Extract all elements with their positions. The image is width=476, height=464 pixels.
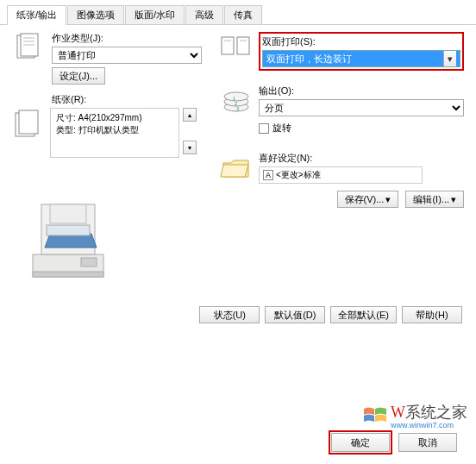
duplex-highlight-box: 双面打印(S): 双面打印，长边装订 bbox=[259, 32, 464, 71]
printer-preview-image bbox=[12, 192, 124, 287]
tab-layout-watermark[interactable]: 版面/水印 bbox=[125, 5, 185, 24]
svg-rect-15 bbox=[237, 37, 249, 54]
job-type-select[interactable]: 普通打印 bbox=[52, 47, 202, 64]
pref-folder-icon bbox=[219, 153, 254, 184]
paper-label: 纸张(R): bbox=[52, 93, 202, 106]
paper-info-box[interactable]: 尺寸: A4(210x297mm) 类型: 打印机默认类型 bbox=[50, 108, 179, 158]
defaults-button[interactable]: 默认值(D) bbox=[265, 306, 325, 323]
tab-image-options[interactable]: 图像选项 bbox=[67, 5, 124, 24]
tab-paper-output[interactable]: 纸张/输出 bbox=[7, 5, 66, 25]
tab-bar: 纸张/输出 图像选项 版面/水印 高级 传真 bbox=[0, 0, 476, 25]
paper-size-text: 尺寸: A4(210x297mm) bbox=[56, 112, 173, 124]
pref-a-icon: A bbox=[263, 170, 273, 180]
duplex-icon bbox=[219, 32, 254, 63]
watermark-title: 系统之家 bbox=[405, 404, 467, 421]
bottom-button-row: 状态(U) 默认值(D) 全部默认(E) 帮助(H) bbox=[12, 306, 464, 323]
tab-content: 作业类型(J): 普通打印 设定(J)... 纸张(R): bbox=[0, 25, 476, 330]
job-type-label: 作业类型(J): bbox=[52, 32, 202, 45]
cancel-button[interactable]: 取消 bbox=[398, 433, 457, 452]
duplex-select[interactable]: 双面打印，长边装订 bbox=[262, 50, 460, 67]
help-button[interactable]: 帮助(H) bbox=[402, 306, 462, 323]
paper-scroll-down[interactable]: ▾ bbox=[183, 141, 197, 154]
svg-rect-6 bbox=[19, 110, 38, 134]
paper-scroll-up[interactable]: ▴ bbox=[183, 108, 197, 122]
svg-rect-8 bbox=[33, 272, 103, 277]
svg-rect-11 bbox=[47, 225, 90, 235]
job-type-settings-button[interactable]: 设定(J)... bbox=[52, 67, 105, 85]
pref-value: <更改>标准 bbox=[276, 169, 321, 181]
paper-type-text: 类型: 打印机默认类型 bbox=[56, 124, 173, 136]
svg-rect-14 bbox=[222, 37, 234, 54]
tab-advanced[interactable]: 高级 bbox=[185, 5, 223, 24]
svg-point-20 bbox=[224, 92, 248, 101]
pref-select[interactable]: A <更改>标准 bbox=[259, 166, 423, 184]
tab-fax[interactable]: 传真 bbox=[224, 5, 262, 24]
all-defaults-button[interactable]: 全部默认(E) bbox=[330, 306, 397, 323]
windows-flag-icon bbox=[363, 406, 387, 425]
pref-save-button[interactable]: 保存(V)... ▾ bbox=[337, 191, 399, 208]
watermark-w: W bbox=[391, 404, 405, 421]
pref-label: 喜好设定(N): bbox=[259, 152, 464, 165]
output-select[interactable]: 分页 bbox=[259, 99, 464, 116]
status-button[interactable]: 状态(U) bbox=[199, 306, 260, 323]
pref-edit-button[interactable]: 编辑(I)... ▾ bbox=[405, 191, 464, 208]
output-icon: 1 2 3 bbox=[219, 85, 254, 116]
svg-rect-12 bbox=[50, 204, 86, 223]
paper-icon bbox=[12, 108, 47, 139]
svg-rect-13 bbox=[81, 258, 97, 266]
dialog-button-row: 确定 取消 bbox=[331, 433, 457, 452]
ok-button[interactable]: 确定 bbox=[331, 433, 390, 452]
job-type-icon bbox=[12, 32, 47, 63]
duplex-value: 双面打印，长边装订 bbox=[266, 53, 352, 66]
duplex-label: 双面打印(S): bbox=[262, 35, 460, 48]
rotate-checkbox[interactable] bbox=[259, 123, 269, 134]
watermark: W系统之家 www.winwin7.com bbox=[363, 402, 467, 430]
output-label: 输出(O): bbox=[259, 85, 464, 97]
rotate-label: 旋转 bbox=[272, 122, 291, 135]
